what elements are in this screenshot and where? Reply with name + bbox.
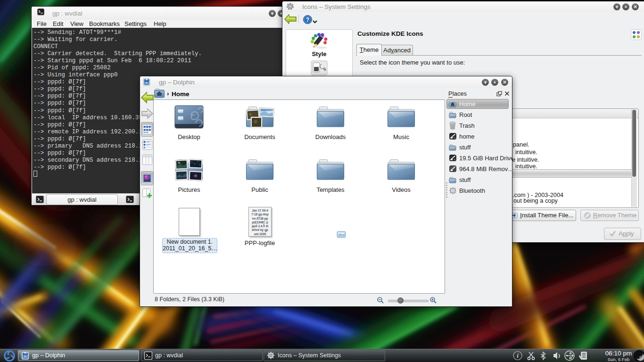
svg-text:?: ? xyxy=(306,16,309,23)
svg-text:i: i xyxy=(517,352,519,359)
